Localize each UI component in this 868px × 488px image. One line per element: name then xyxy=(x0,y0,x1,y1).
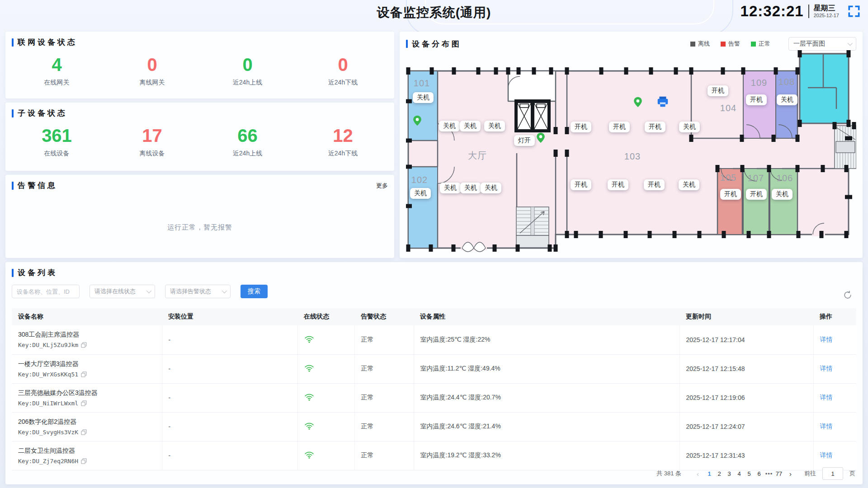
device-state-badge[interactable]: 开机 xyxy=(746,94,767,105)
alarm-status-select[interactable]: 请选择告警状态 xyxy=(165,285,231,298)
prev-page-arrow[interactable]: ‹ xyxy=(694,470,702,478)
device-state-badge[interactable]: 开机 xyxy=(609,122,630,132)
stat-label: 离线网关 xyxy=(104,79,200,87)
device-state-badge[interactable]: 关机 xyxy=(413,92,434,103)
location-pin-icon[interactable] xyxy=(411,115,423,127)
room-label: 101 xyxy=(414,78,430,89)
device-state-badge[interactable]: 开机 xyxy=(571,179,591,190)
page-number[interactable]: ••• xyxy=(764,469,774,479)
stat-label: 近24h上线 xyxy=(200,150,295,158)
col-online: 在线状态 xyxy=(297,308,354,325)
stat-value: 361 xyxy=(9,126,104,145)
page-number[interactable]: 5 xyxy=(744,469,754,479)
detail-link[interactable]: 详情 xyxy=(820,451,833,459)
device-state-badge[interactable]: 关机 xyxy=(410,188,431,199)
fullscreen-icon[interactable] xyxy=(847,5,861,18)
panel-gateway-status: 联网设备状态 4 在线网关 0 离线网关 0 近24h上线 0 近24h下线 xyxy=(5,32,394,99)
room-label: 103 xyxy=(624,151,641,162)
room-label: 大厅 xyxy=(468,150,487,162)
stairs-right xyxy=(835,126,856,169)
device-key: Key:DU_Zj7eq2RN6H xyxy=(18,458,78,465)
device-state-badge[interactable]: 关机 xyxy=(439,121,460,131)
col-alarm: 告警状态 xyxy=(354,308,414,325)
page-number[interactable]: 3 xyxy=(724,469,734,479)
goto-page-input[interactable] xyxy=(822,467,843,480)
wifi-online-icon xyxy=(304,393,314,401)
device-state-badge[interactable]: 开机 xyxy=(571,122,591,132)
device-state-badge[interactable]: 关机 xyxy=(460,121,481,131)
pagination-total: 共 381 条 xyxy=(656,469,681,478)
device-key: Key:DU_SvygHs3VzK xyxy=(18,429,78,436)
stat-value: 4 xyxy=(9,55,104,75)
device-key: Key:DU_NiIWrLWxml xyxy=(18,400,78,407)
device-key: Key:DU_KLj5Zu9Jkm xyxy=(18,342,78,348)
next-page-arrow[interactable]: › xyxy=(787,470,794,478)
page-number[interactable]: 6 xyxy=(754,469,764,479)
device-state-badge[interactable]: 开机 xyxy=(708,85,728,96)
panel-title: 告警信息 xyxy=(12,180,57,191)
device-state-badge[interactable]: 关机 xyxy=(484,121,505,131)
device-state-badge[interactable]: 关机 xyxy=(440,183,461,193)
refresh-icon[interactable] xyxy=(843,290,853,300)
copy-icon[interactable] xyxy=(81,342,87,348)
stat-label: 在线网关 xyxy=(9,79,104,87)
chevron-down-icon xyxy=(848,41,853,46)
page-number[interactable]: 1 xyxy=(704,469,714,479)
page-number[interactable]: 2 xyxy=(714,469,724,479)
printer-icon[interactable] xyxy=(656,95,670,108)
stat-item: 0 近24h下线 xyxy=(295,55,391,87)
stairs-bottom xyxy=(516,207,549,248)
page-number[interactable]: 77 xyxy=(774,469,784,479)
device-state-badge[interactable]: 灯开 xyxy=(514,135,535,146)
device-state-badge[interactable]: 关机 xyxy=(679,179,699,190)
device-key: Key:DU_WrXGsKKq51 xyxy=(18,371,78,378)
alarm-select-placeholder: 请选择告警状态 xyxy=(170,287,211,296)
stat-item: 4 在线网关 xyxy=(9,55,104,87)
updated-time: 2025-12-17 12:19:06 xyxy=(679,383,813,412)
device-name: 一楼大厅空调3温控器 xyxy=(18,360,156,368)
online-status-select[interactable]: 请选择在线状态 xyxy=(90,285,155,298)
search-button[interactable]: 搜索 xyxy=(241,285,268,298)
device-state-badge[interactable]: 开机 xyxy=(644,179,665,190)
location-pin-icon[interactable] xyxy=(535,132,547,144)
device-state-badge[interactable]: 开机 xyxy=(746,189,767,200)
stat-value: 12 xyxy=(295,126,391,145)
device-state-badge[interactable]: 关机 xyxy=(481,183,501,193)
copy-icon[interactable] xyxy=(81,371,87,377)
legend-label: 告警 xyxy=(728,40,740,48)
wifi-online-icon xyxy=(304,335,314,343)
col-device-name: 设备名称 xyxy=(12,308,162,325)
legend-color-swatch xyxy=(721,42,726,47)
alarm-status: 正常 xyxy=(354,383,414,412)
detail-link[interactable]: 详情 xyxy=(820,394,833,401)
legend-item: 告警 xyxy=(721,40,740,48)
device-state-badge[interactable]: 关机 xyxy=(679,122,700,132)
device-state-badge[interactable]: 关机 xyxy=(460,183,481,193)
device-attributes: 室内温度:24.4℃ 湿度:20.7% xyxy=(414,383,679,412)
device-state-badge[interactable]: 开机 xyxy=(720,189,741,200)
copy-icon[interactable] xyxy=(81,400,87,406)
device-name: 二层女卫生间温控器 xyxy=(18,447,156,455)
page-number[interactable]: 4 xyxy=(734,469,744,479)
stat-item: 66 近24h上线 xyxy=(200,126,295,158)
device-state-badge[interactable]: 关机 xyxy=(777,94,797,105)
table-row: 308工会副主席温控器 Key:DU_KLj5Zu9Jkm - 正常 室内温度:… xyxy=(12,325,856,354)
updated-time: 2025-12-17 12:17:04 xyxy=(679,325,813,354)
device-state-badge[interactable]: 开机 xyxy=(608,179,628,190)
device-state-badge[interactable]: 开机 xyxy=(645,122,665,132)
device-state-badge[interactable]: 关机 xyxy=(772,189,793,200)
detail-link[interactable]: 详情 xyxy=(820,336,833,343)
detail-link[interactable]: 详情 xyxy=(820,365,833,372)
map-legend: 离线 告警 正常 xyxy=(690,40,770,48)
device-location: - xyxy=(162,441,297,470)
panel-title: 子设备状态 xyxy=(12,108,67,118)
device-location: - xyxy=(162,412,297,441)
copy-icon[interactable] xyxy=(81,458,87,464)
clock-time: 12:32:21 xyxy=(741,3,804,20)
location-pin-icon[interactable] xyxy=(632,96,644,108)
detail-link[interactable]: 详情 xyxy=(820,422,833,430)
device-attributes: 室内温度:25℃ 湿度:22% xyxy=(414,325,679,354)
search-input[interactable] xyxy=(12,285,80,298)
alarm-more-link[interactable]: 更多 xyxy=(376,182,388,190)
copy-icon[interactable] xyxy=(81,429,87,435)
